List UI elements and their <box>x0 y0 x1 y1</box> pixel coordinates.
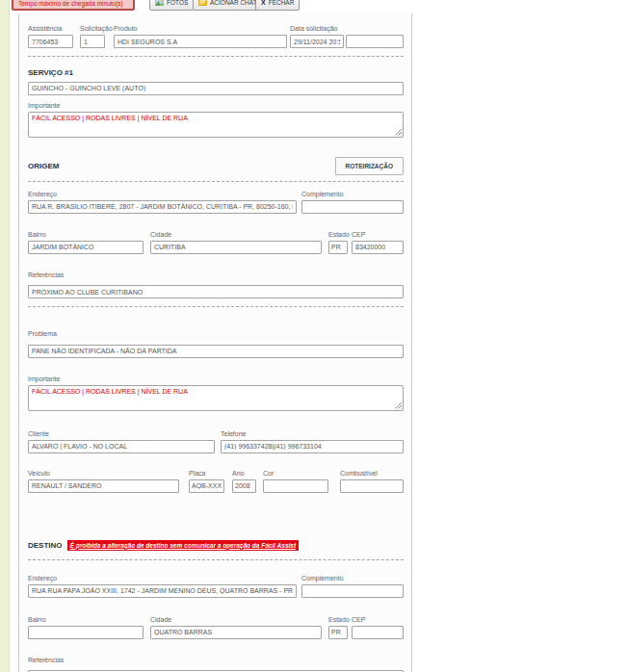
header-fields-row: Assistência Solicitação Produto Data sol… <box>28 25 404 48</box>
divider <box>28 56 404 57</box>
veiculo-label: Veículo <box>28 470 179 478</box>
destino-header: DESTINO É proibida a alteração de destin… <box>28 540 404 551</box>
data-solicitacao-label: Data solicitação <box>290 25 344 33</box>
destino-cep-input[interactable] <box>352 626 404 639</box>
roteirizacao-button[interactable]: ROTEIRIZAÇÃO <box>335 157 404 175</box>
destino-bairro-row: Bairro Cidade Estado CEP <box>28 616 404 639</box>
data-solicitacao-input[interactable] <box>290 35 344 48</box>
solicitacao-label: Solicitação <box>80 25 105 33</box>
destino-complemento-label: Complemento <box>301 575 404 582</box>
produto-input[interactable] <box>114 35 287 48</box>
origem-cep-label: CEP <box>352 231 404 239</box>
fotos-button[interactable]: FOTOS <box>149 0 194 11</box>
divider <box>28 559 404 560</box>
telefone-input[interactable] <box>221 440 404 453</box>
servico-importante-textarea[interactable]: FÁCIL ACESSO | RODAS LIVRES | NÍVEL DE R… <box>28 112 404 138</box>
origem-cep-input[interactable] <box>352 241 404 254</box>
divider <box>28 306 404 307</box>
origem-endereco-input[interactable] <box>28 200 297 214</box>
servico-tipo-input[interactable] <box>28 82 404 95</box>
assistencia-input[interactable] <box>28 35 73 48</box>
destino-complemento-input[interactable] <box>301 584 404 598</box>
chat-icon <box>198 0 207 6</box>
origem-bairro-row: Bairro Cidade Estado CEP <box>28 231 404 254</box>
fotos-button-label: FOTOS <box>167 0 188 6</box>
origem-referencias-label: Referências <box>28 271 404 279</box>
importante-label: Importante <box>28 375 404 383</box>
origem-estado-input[interactable] <box>328 241 348 254</box>
servico-section-title: SERVIÇO #1 <box>28 68 404 77</box>
origem-bairro-label: Bairro <box>28 231 144 239</box>
origem-bairro-input[interactable] <box>28 241 144 254</box>
destino-cep-label: CEP <box>352 616 404 624</box>
origem-referencias-input[interactable] <box>28 285 404 298</box>
destino-endereco-row: Endereço Complemento <box>28 575 404 598</box>
origem-cidade-label: Cidade <box>150 231 322 239</box>
cliente-label: Cliente <box>28 430 215 438</box>
destino-section-title: DESTINO <box>28 541 63 550</box>
origem-complemento-label: Complemento <box>301 191 404 198</box>
problema-label: Problema <box>28 330 404 338</box>
destino-bairro-input[interactable] <box>28 626 144 639</box>
importante-textarea[interactable]: FÁCIL ACESSO | RODAS LIVRES | NÍVEL DE R… <box>28 385 404 411</box>
origem-endereco-label: Endereço <box>28 191 297 198</box>
origem-estado-label: Estado <box>328 231 348 239</box>
fechar-button-label: FECHAR <box>269 0 295 6</box>
telefone-label: Telefone <box>221 430 404 438</box>
destino-endereco-label: Endereço <box>28 575 297 582</box>
cliente-input[interactable] <box>28 440 215 453</box>
placa-input[interactable] <box>189 479 224 493</box>
cor-input[interactable] <box>263 479 328 493</box>
ano-input[interactable] <box>232 479 256 493</box>
placa-label: Placa <box>189 470 224 478</box>
arrival-time-warning: Tempo máximo de chegada minuto(s) <box>12 0 135 11</box>
destino-endereco-input[interactable] <box>28 584 297 598</box>
veiculo-input[interactable] <box>28 479 179 493</box>
toolbar: Tempo máximo de chegada minuto(s) FOTOS … <box>0 0 628 12</box>
destino-bairro-label: Bairro <box>28 616 144 624</box>
destino-cidade-label: Cidade <box>150 616 322 624</box>
problema-input[interactable] <box>28 345 404 358</box>
cor-label: Cor <box>263 470 328 478</box>
fechar-button[interactable]: X FECHAR <box>255 0 300 11</box>
divider <box>28 181 404 182</box>
acionar-chat-button-label: ACIONAR CHAT <box>210 0 257 6</box>
origem-header: ORIGEM ROTEIRIZAÇÃO <box>28 157 404 175</box>
servico-importante-label: Importante <box>28 102 404 110</box>
destino-estado-input[interactable] <box>328 626 348 639</box>
produto-label: Produto <box>114 25 287 33</box>
close-x-icon: X <box>261 0 266 6</box>
left-accent-strip <box>0 0 10 672</box>
combustivel-input[interactable] <box>340 479 404 493</box>
destino-cidade-input[interactable] <box>150 626 322 639</box>
origem-endereco-row: Endereço Complemento <box>28 191 404 214</box>
origem-cidade-input[interactable] <box>150 241 322 254</box>
destino-estado-label: Estado <box>328 616 348 624</box>
acionar-chat-button[interactable]: ACIONAR CHAT <box>193 0 263 11</box>
destino-referencias-label: Referências <box>28 657 404 664</box>
photo-icon <box>155 0 164 6</box>
solicitacao-input[interactable] <box>80 35 105 48</box>
cliente-row: Cliente Telefone <box>28 430 404 453</box>
combustivel-label: Combustível <box>340 470 404 478</box>
origem-section-title: ORIGEM <box>28 162 59 170</box>
arrival-time-warning-text: Tempo máximo de chegada minuto(s) <box>18 0 123 7</box>
data-extra-input[interactable] <box>346 35 404 48</box>
origem-complemento-input[interactable] <box>301 200 404 214</box>
destino-warning-badge: É proibida a alteração de destino sem co… <box>67 540 300 551</box>
ano-label: Ano <box>232 470 256 478</box>
veiculo-row: Veículo Placa Ano Cor Combustível <box>28 470 404 493</box>
data-extra-label <box>346 25 404 33</box>
service-form-panel: Assistência Solicitação Produto Data sol… <box>18 13 412 672</box>
assistencia-label: Assistência <box>28 25 73 33</box>
